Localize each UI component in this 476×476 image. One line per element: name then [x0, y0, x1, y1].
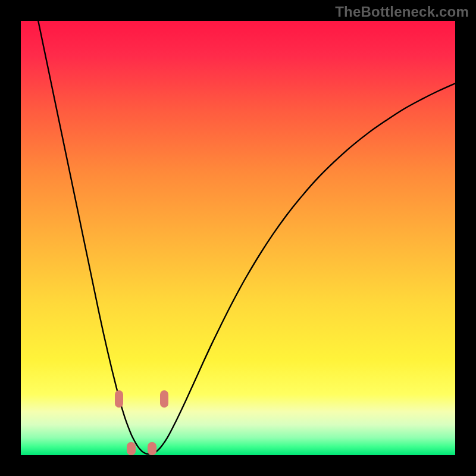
curve-marker	[160, 390, 169, 408]
chart-frame: TheBottleneck.com	[0, 0, 476, 476]
bottleneck-curve	[21, 21, 455, 455]
curve-marker	[127, 442, 136, 455]
curve-marker	[148, 442, 156, 455]
watermark-text: TheBottleneck.com	[335, 4, 469, 20]
curve-marker	[115, 390, 124, 408]
plot-area	[21, 21, 455, 455]
